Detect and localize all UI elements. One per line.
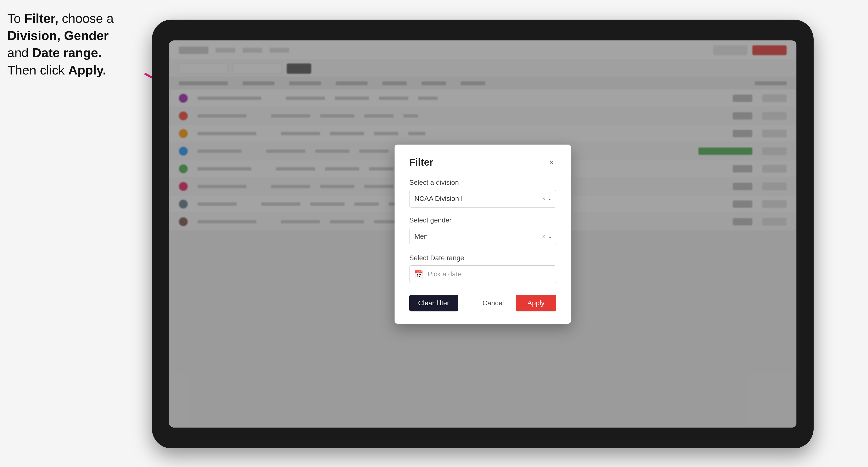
gender-clear-icon[interactable]: × (542, 233, 546, 240)
date-input[interactable]: Pick a date (409, 266, 556, 283)
modal-title: Filter (409, 157, 433, 168)
instruction-line4: Then click Apply. (7, 63, 106, 77)
modal-footer-right: Cancel Apply (477, 295, 556, 311)
modal-close-button[interactable]: × (547, 157, 556, 167)
gender-select-wrapper: Men × ⌄ (409, 228, 556, 245)
instruction-text: To Filter, choose a Division, Gender and… (7, 10, 114, 79)
modal-header: Filter × (409, 157, 556, 168)
filter-modal: Filter × Select a division NCAA Division… (395, 145, 571, 324)
tablet-frame: Filter × Select a division NCAA Division… (152, 20, 814, 448)
gender-label: Select gender (409, 216, 556, 224)
division-label: Select a division (409, 179, 556, 186)
date-field-wrapper: 📅 Pick a date (409, 266, 556, 283)
calendar-icon: 📅 (414, 270, 423, 278)
instruction-line1: To Filter, choose a (7, 11, 114, 26)
instruction-line2: Division, Gender (7, 28, 108, 43)
division-field: Select a division NCAA Division I × ⌄ (409, 179, 556, 208)
cancel-button[interactable]: Cancel (477, 295, 510, 311)
division-clear-icon[interactable]: × (542, 195, 546, 202)
instruction-line3: and Date range. (7, 45, 101, 60)
date-label: Select Date range (409, 254, 556, 262)
modal-footer: Clear filter Cancel Apply (409, 295, 556, 311)
apply-button[interactable]: Apply (516, 295, 556, 311)
division-select-wrapper: NCAA Division I × ⌄ (409, 190, 556, 208)
tablet-screen: Filter × Select a division NCAA Division… (169, 40, 797, 428)
gender-field: Select gender Men × ⌄ (409, 216, 556, 245)
date-field: Select Date range 📅 Pick a date (409, 254, 556, 283)
clear-filter-button[interactable]: Clear filter (409, 295, 458, 311)
date-placeholder: Pick a date (425, 270, 462, 278)
gender-select[interactable]: Men (409, 228, 556, 245)
modal-overlay: Filter × Select a division NCAA Division… (169, 40, 797, 428)
division-select[interactable]: NCAA Division I (409, 190, 556, 208)
